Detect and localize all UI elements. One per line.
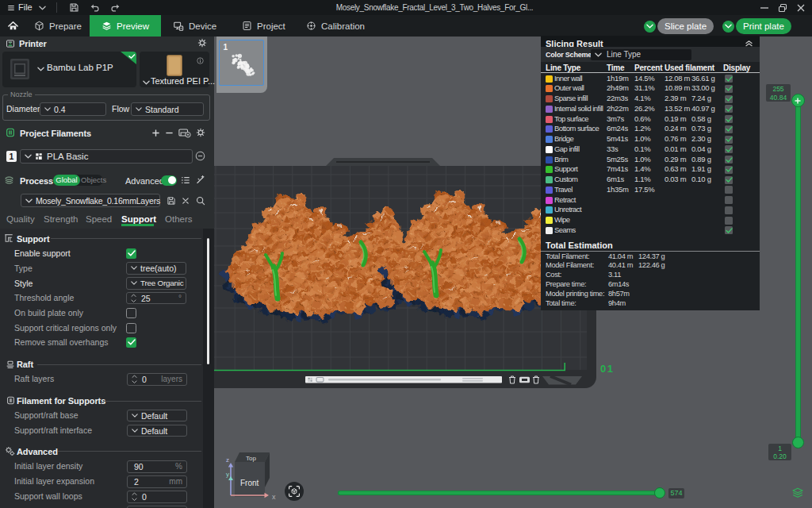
printer-card[interactable]: Bambu Lab P1P — [2, 52, 136, 87]
tab-speed[interactable]: Speed — [86, 214, 112, 224]
flow-select[interactable]: Standard — [131, 102, 204, 116]
threshold-angle-spinner[interactable]: 25 ° — [126, 292, 186, 305]
display-checkbox[interactable] — [725, 105, 733, 113]
spin-down-icon[interactable] — [132, 380, 137, 384]
display-checkbox[interactable] — [725, 166, 733, 174]
filament-settings-gear-icon[interactable] — [196, 128, 205, 137]
display-checkbox[interactable] — [725, 145, 733, 153]
display-checkbox[interactable] — [725, 176, 733, 184]
delete-filament-icon[interactable] — [195, 151, 205, 161]
enable-support-checkbox[interactable] — [126, 248, 136, 259]
display-checkbox[interactable] — [725, 206, 733, 214]
plate-thumbnail-card[interactable]: 1 — [216, 37, 267, 93]
file-menu[interactable]: File — [18, 0, 33, 15]
scope-global-segment[interactable]: Global — [53, 175, 80, 186]
line-type-swatch — [546, 166, 553, 173]
orientation-gizmo[interactable]: Top Front z y x — [224, 444, 281, 503]
plate-info-icon[interactable] — [197, 57, 204, 64]
display-checkbox[interactable] — [725, 136, 733, 144]
diameter-select[interactable]: 0.4 — [40, 102, 106, 116]
total-value-1: 9h4m — [608, 299, 626, 309]
add-filament-icon[interactable] — [151, 129, 160, 137]
spin-down-icon[interactable] — [131, 299, 136, 303]
tab-project[interactable]: Project — [236, 15, 292, 37]
support-raft-base-select[interactable]: Default — [127, 410, 187, 422]
spin-up-icon[interactable] — [132, 492, 137, 496]
file-menu-chevron-icon[interactable] — [39, 6, 46, 10]
parameter-table-icon[interactable] — [181, 175, 190, 185]
plate-type-card[interactable]: Textured PEI P... — [140, 52, 209, 87]
ams-sync-icon[interactable] — [178, 128, 191, 138]
redo-icon[interactable] — [110, 2, 121, 13]
advanced-toggle[interactable] — [161, 175, 177, 186]
display-checkbox[interactable] — [725, 85, 733, 93]
step-slider-track[interactable] — [338, 491, 663, 495]
search-preset-icon[interactable] — [196, 196, 205, 206]
spin-up-icon[interactable] — [132, 375, 137, 379]
scrollbar-thumb[interactable] — [207, 238, 209, 364]
display-checkbox[interactable] — [725, 95, 733, 103]
tab-preview[interactable]: Preview — [90, 15, 161, 37]
spin-down-icon[interactable] — [132, 498, 137, 502]
minimize-button[interactable] — [760, 3, 769, 13]
home-icon[interactable] — [7, 20, 19, 32]
cropped-input[interactable] — [127, 506, 187, 508]
tab-strength[interactable]: Strength — [44, 214, 78, 224]
tab-device[interactable]: Device — [167, 15, 223, 37]
display-checkbox[interactable] — [725, 156, 733, 164]
support-raft-interface-select[interactable]: Default — [127, 425, 187, 437]
save-preset-icon[interactable] — [167, 196, 176, 206]
wand-icon[interactable] — [196, 175, 205, 184]
undo-icon[interactable] — [90, 2, 100, 13]
tab-quality[interactable]: Quality — [6, 214, 35, 224]
camera-view-button[interactable] — [285, 482, 304, 501]
slice-plate-button[interactable]: Slice plate — [657, 18, 714, 34]
process-preset-select[interactable]: Mosely_Snowflake_0.16mmLayers — [21, 194, 160, 207]
tab-calibration[interactable]: Calibration — [300, 15, 371, 37]
display-checkbox[interactable] — [725, 226, 733, 234]
color-scheme-select[interactable]: Line Type — [591, 49, 691, 60]
collapse-panel-icon[interactable] — [745, 40, 753, 47]
display-checkbox[interactable] — [725, 75, 733, 83]
remove-filament-icon[interactable] — [165, 129, 174, 137]
step-slider-knob[interactable] — [654, 487, 665, 498]
spin-up-icon[interactable] — [131, 294, 136, 298]
filament-select[interactable]: PLA Basic — [20, 149, 193, 164]
layers-mode-icon[interactable] — [791, 487, 804, 499]
scope-objects-segment[interactable]: Objects — [81, 175, 103, 186]
print-dropdown-button[interactable] — [722, 21, 734, 33]
critical-regions-checkbox[interactable] — [126, 323, 136, 333]
support-style-select[interactable]: Tree Organic — [126, 277, 186, 290]
print-plate-button[interactable]: Print plate — [736, 18, 791, 34]
menu-icon[interactable] — [6, 4, 16, 12]
remove-overhangs-checkbox[interactable] — [126, 337, 136, 348]
maximize-button[interactable] — [778, 3, 787, 13]
process-scope-toggle[interactable]: Global Objects — [53, 175, 103, 186]
slice-dropdown-button[interactable] — [644, 21, 656, 33]
support-wall-loops-spinner[interactable]: 0 — [127, 491, 187, 503]
buildplate-only-checkbox[interactable] — [126, 308, 136, 318]
tab-others[interactable]: Others — [165, 214, 193, 224]
initial-expansion-input[interactable]: 2 mm — [127, 475, 187, 488]
total-row: Prepare time:6m14s — [541, 280, 760, 290]
line-type-swatch — [546, 176, 553, 183]
layer-slider-bottom-knob[interactable] — [792, 437, 804, 448]
raft-layers-spinner[interactable]: 0 layers — [127, 373, 187, 386]
layer-slider-top-knob[interactable] — [791, 94, 805, 107]
save-icon[interactable] — [69, 2, 79, 13]
display-checkbox[interactable] — [725, 186, 733, 194]
plate-thumbnail[interactable]: 1 — [219, 40, 264, 86]
display-checkbox[interactable] — [725, 217, 733, 225]
printer-settings-gear-icon[interactable] — [197, 38, 207, 48]
tab-prepare[interactable]: Prepare — [28, 15, 88, 37]
display-checkbox[interactable] — [725, 196, 733, 204]
layer-slider-track[interactable] — [795, 101, 801, 443]
initial-density-input[interactable]: 90 % — [127, 460, 187, 473]
display-checkbox[interactable] — [725, 115, 733, 123]
tab-support[interactable]: Support — [121, 214, 156, 224]
clear-preset-icon[interactable] — [182, 197, 190, 205]
line-type-percent: 26.2% — [634, 104, 654, 114]
close-button[interactable] — [796, 3, 806, 13]
display-checkbox[interactable] — [725, 125, 733, 133]
support-type-select[interactable]: tree(auto) — [126, 262, 186, 275]
